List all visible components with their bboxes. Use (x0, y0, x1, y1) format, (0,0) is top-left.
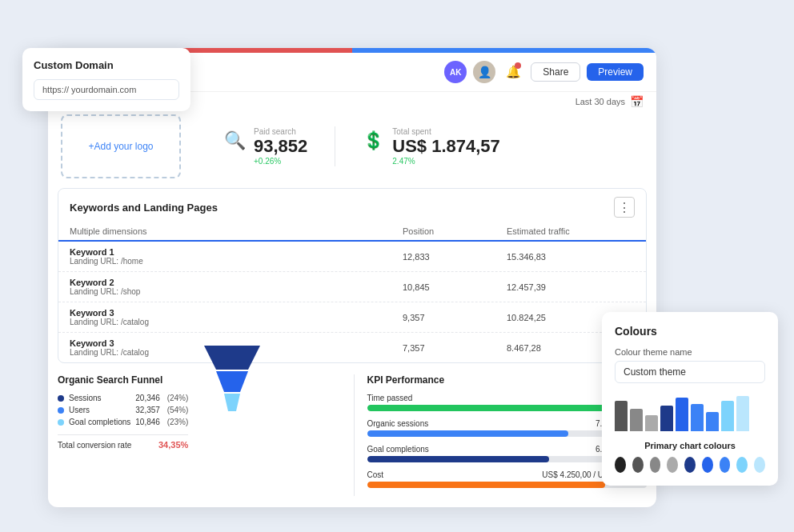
colour-swatches (615, 457, 765, 473)
table-row: Keyword 3 Landing URL: /catalog 9,357 10… (58, 302, 646, 333)
mini-chart-bar (676, 398, 688, 431)
mini-chart-bar (721, 401, 734, 431)
col-position: Position (403, 226, 507, 236)
color-swatch-4[interactable] (684, 457, 696, 473)
funnel-visual (196, 346, 268, 450)
color-swatch-2[interactable] (650, 457, 661, 473)
bottom-row: Organic Search Funnel Sessions 20,346 (2… (48, 374, 656, 507)
color-swatch-5[interactable] (702, 457, 713, 473)
preview-button[interactable]: Preview (587, 63, 644, 81)
mini-chart-bar (706, 412, 719, 431)
more-options-button[interactable]: ⋮ (614, 197, 635, 218)
metrics-row: +Add your logo 🔍 Paid search 93,852 +0.2… (48, 108, 656, 188)
keywords-section: Keywords and Landing Pages ⋮ Multiple di… (58, 188, 647, 363)
paid-search-metric: 🔍 Paid search 93,852 +0.26% (205, 127, 327, 166)
date-filter-label: Last 30 days (575, 97, 625, 106)
keywords-header: Keywords and Landing Pages ⋮ (58, 189, 646, 222)
mini-chart-bar (630, 409, 643, 431)
legend-item: Goal completions 10,846 (23%) (58, 418, 188, 426)
color-swatch-7[interactable] (736, 457, 748, 473)
theme-name-input[interactable] (615, 361, 765, 383)
mini-chart (615, 393, 765, 431)
paid-search-label: Paid search (254, 127, 307, 136)
total-spent-metric: 💲 Total spent US$ 1.874,57 2.47% (343, 127, 519, 166)
col-traffic: Estimated traffic (507, 226, 635, 236)
custom-domain-popup: Custom Domain (22, 48, 190, 111)
avatar-photo: 👤 (473, 61, 495, 83)
color-swatch-3[interactable] (667, 457, 678, 473)
popup-title: Custom Domain (34, 59, 179, 71)
legend-item: Sessions 20,346 (24%) (58, 394, 188, 402)
mini-chart-bar (660, 406, 673, 431)
colours-title: Colours (615, 325, 765, 338)
share-button[interactable]: Share (531, 62, 580, 82)
svg-marker-1 (216, 371, 248, 392)
total-value: 34,35% (158, 440, 188, 450)
total-label: Total conversion rate (58, 441, 158, 450)
svg-marker-2 (224, 394, 240, 411)
logo-upload-box[interactable]: +Add your logo (61, 114, 181, 178)
metrics-divider (335, 126, 335, 166)
table-header: Multiple dimensions Position Estimated t… (58, 222, 646, 242)
colours-popup: Colours Colour theme name Primary chart … (602, 312, 778, 486)
paid-search-value: 93,852 (254, 136, 307, 157)
table-row: Keyword 2 Landing URL: /shop 10,845 12.4… (58, 272, 646, 302)
primary-colours-label: Primary chart colours (615, 441, 765, 450)
mini-chart-bar (736, 396, 749, 431)
color-swatch-0[interactable] (615, 457, 626, 473)
keywords-table-body: Keyword 1 Landing URL: /home 12,833 15.3… (58, 242, 646, 362)
total-spent-value: US$ 1.874,57 (392, 136, 500, 157)
dashboard-card: AK 👤 🔔 Share Preview Last 30 days 📅 +Add… (48, 48, 656, 507)
funnel-section: Organic Search Funnel Sessions 20,346 (2… (58, 374, 354, 496)
mini-chart-bar (691, 404, 704, 431)
search-icon: 🔍 (224, 130, 246, 151)
color-swatch-8[interactable] (754, 457, 765, 473)
notification-icon[interactable]: 🔔 (502, 61, 524, 83)
total-spent-change: 2.47% (392, 157, 500, 166)
mini-chart-bar (645, 415, 658, 431)
notification-dot (515, 62, 521, 69)
domain-input[interactable] (34, 79, 179, 100)
logo-upload-label: +Add your logo (88, 141, 153, 152)
table-row: Keyword 1 Landing URL: /home 12,833 15.3… (58, 242, 646, 272)
total-row: Total conversion rate 34,35% (58, 434, 188, 450)
keywords-title: Keywords and Landing Pages (70, 202, 218, 214)
color-swatch-1[interactable] (632, 457, 644, 473)
svg-marker-0 (204, 346, 260, 370)
calendar-icon[interactable]: 📅 (630, 95, 644, 108)
total-spent-label: Total spent (392, 127, 500, 136)
theme-label: Colour theme name (615, 347, 765, 357)
table-row: Keyword 3 Landing URL: /catalog 7,357 8.… (58, 333, 646, 362)
legend-item: Users 32,357 (54%) (58, 406, 188, 414)
paid-search-change: +0.26% (254, 157, 307, 166)
dollar-icon: 💲 (363, 130, 384, 151)
color-swatch-6[interactable] (720, 457, 731, 473)
col-dimensions: Multiple dimensions (70, 226, 403, 236)
funnel-legend: Sessions 20,346 (24%) Users 32,357 (54%)… (58, 394, 188, 426)
mini-chart-bar (615, 401, 628, 431)
avatar-initials: AK (444, 61, 467, 83)
